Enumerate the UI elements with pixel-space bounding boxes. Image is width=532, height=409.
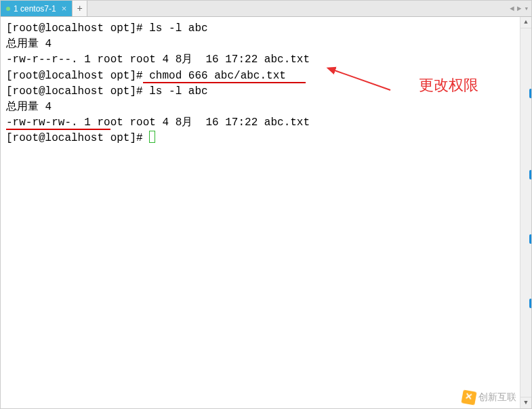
side-marker (529, 299, 532, 308)
terminal-line: -rw-rw-rw-. 1 root root 4 8月 16 17:22 ab… (6, 115, 526, 131)
shell-prompt: [root@localhost opt]# (6, 132, 149, 144)
terminal-line: [root@localhost opt]# (6, 131, 526, 146)
shell-command: ls -l abc (149, 85, 207, 98)
new-tab-button[interactable]: + (73, 1, 87, 16)
side-marker (529, 170, 532, 179)
side-marker (529, 89, 532, 98)
shell-prompt: [root@localhost opt]# (6, 22, 149, 35)
scroll-up-button[interactable]: ▲ (520, 17, 531, 28)
tab-label: 1 centos7-1 (14, 4, 56, 14)
chevron-up-icon: ▲ (524, 19, 527, 26)
terminal-line: [root@localhost opt]# chmod 666 abc/abc.… (6, 68, 526, 84)
highlighted-output: -rw-rw-rw-. 1 ro (6, 116, 110, 130)
shell-command: ls -l abc (149, 22, 207, 35)
tab-nav-controls: ◄ ► ▾ (510, 1, 529, 16)
shell-output: ot root 4 8月 16 17:22 abc.txt (110, 116, 310, 129)
underline-extension (286, 70, 306, 83)
tab-active[interactable]: 1 centos7-1 × (1, 1, 73, 16)
terminal-line: 总用量 4 (6, 100, 526, 115)
terminal-viewport[interactable]: [root@localhost opt]# ls -l abc 总用量 4 -r… (1, 17, 531, 408)
terminal-line: [root@localhost opt]# ls -l abc (6, 21, 526, 37)
watermark-text: 创新互联 (478, 391, 516, 404)
side-marker (529, 234, 532, 244)
shell-prompt: [root@localhost opt]# (6, 85, 149, 98)
shell-prompt: [root@localhost opt]# (6, 70, 143, 82)
close-icon[interactable]: × (62, 3, 67, 14)
chevron-down-icon: ▼ (524, 400, 527, 406)
terminal-line: [root@localhost opt]# ls -l abc (6, 84, 526, 100)
nav-right-icon[interactable]: ► (517, 5, 522, 13)
watermark: 创新互联 (462, 391, 516, 404)
watermark-logo-icon (461, 389, 476, 405)
cursor-icon (149, 131, 155, 143)
scroll-down-button[interactable]: ▼ (520, 397, 531, 408)
nav-left-icon[interactable]: ◄ (510, 5, 514, 13)
plus-icon: + (77, 3, 83, 14)
terminal-line: 总用量 4 (6, 37, 526, 52)
tab-status-icon (6, 7, 10, 11)
highlighted-command: chmod 666 abc/abc.txt (143, 70, 286, 83)
tab-bar: 1 centos7-1 × + ◄ ► ▾ (1, 1, 531, 17)
vertical-scrollbar[interactable]: ▲ ▼ (520, 17, 531, 408)
nav-dropdown-icon[interactable]: ▾ (524, 4, 529, 13)
terminal-line: -rw-r--r--. 1 root root 4 8月 16 17:22 ab… (6, 52, 526, 68)
